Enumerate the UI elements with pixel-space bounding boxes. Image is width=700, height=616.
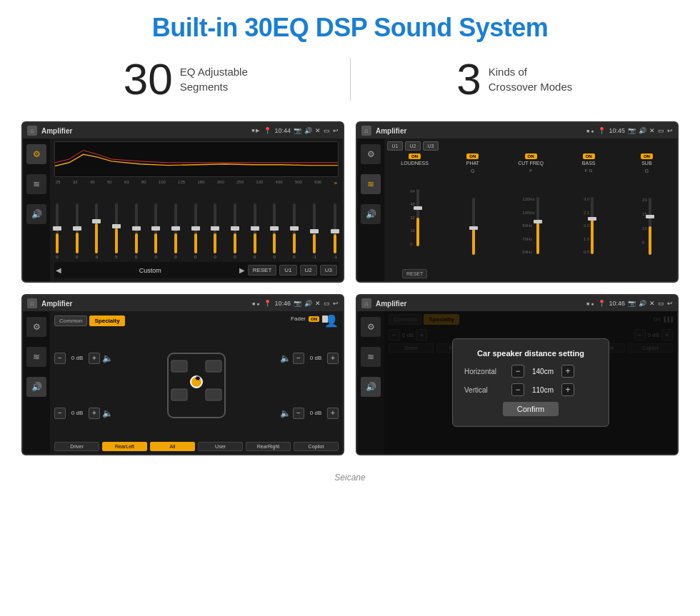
back-icon-dist: ↩ <box>667 300 673 307</box>
spk-vol-rr: 🔈 − 0 dB + <box>280 408 339 419</box>
svg-rect-4 <box>206 389 221 400</box>
rr-plus[interactable]: + <box>327 408 339 419</box>
eq-slider-1[interactable]: 0 <box>76 203 79 259</box>
home-icon-dist[interactable]: ⌂ <box>361 298 371 308</box>
tab-specialty[interactable]: Specialty <box>89 315 124 326</box>
close-icon-spk: ✕ <box>315 300 321 307</box>
dist-body: ⚙ ≋ 🔊 Common Specialty ON ▐▐▐ −0 dB+ −0 … <box>357 311 677 454</box>
status-eq: 📍 10:44 📷 🔊 ✕ ▭ ↩ <box>264 127 339 134</box>
dist-sidebar-btn1[interactable]: ⚙ <box>361 317 381 337</box>
fr-plus[interactable]: + <box>327 353 339 364</box>
user-btn[interactable]: User <box>198 442 243 451</box>
rearleft-btn[interactable]: RearLeft <box>102 442 147 451</box>
dist-sidebar-btn2[interactable]: ≋ <box>361 347 381 367</box>
home-icon-eq[interactable]: ⌂ <box>27 126 37 136</box>
cutfreq-slider[interactable]: 120Hz100Hz80Hz70Hz60Hz <box>522 173 539 278</box>
topbar-dist: ⌂ Amplifier ■ ● 📍 10:46 📷 🔊 ✕ ▭ ↩ <box>357 296 677 311</box>
eq-slider-10[interactable]: 0 <box>254 203 256 259</box>
rearright-btn[interactable]: RearRight <box>246 442 291 451</box>
fl-speaker-icon: 🔈 <box>102 353 113 363</box>
vertical-plus[interactable]: + <box>561 383 574 396</box>
min-icon-eq: ▭ <box>324 127 330 134</box>
prev-btn-eq[interactable]: ◀ <box>56 266 61 274</box>
phat-slider[interactable] <box>471 173 475 278</box>
eq-sidebar-btn1[interactable]: ⚙ <box>26 144 46 164</box>
bass-slider[interactable]: 3.02.12.01.50.5 <box>584 173 594 278</box>
cx-u2-btn[interactable]: U2 <box>405 141 421 151</box>
cx-sidebar-btn1[interactable]: ⚙ <box>361 144 381 164</box>
cx-main: U1 U2 U3 ON LOUDNESS 644832160 RESET <box>384 138 677 281</box>
status-cx: 📍 10:45 📷 🔊 ✕ ▭ ↩ <box>598 127 673 134</box>
eq-slider-12[interactable]: 0 <box>293 203 296 259</box>
close-icon-eq: ✕ <box>315 127 321 134</box>
screenshot-speaker: ⌂ Amplifier ■ ● 📍 10:46 📷 🔊 ✕ ▭ ↩ ⚙ ≋ 🔊 <box>21 294 344 455</box>
eq-slider-2[interactable]: 0 <box>95 203 98 259</box>
cx-u1-btn[interactable]: U1 <box>387 141 403 151</box>
sc-title-cx: Amplifier <box>376 127 582 135</box>
eq-slider-4[interactable]: 0 <box>135 203 138 259</box>
next-btn-eq[interactable]: ▶ <box>239 266 245 274</box>
eq-slider-8[interactable]: 0 <box>214 203 216 259</box>
eq-sliders: 0 0 0 5 0 <box>54 188 339 262</box>
cx-ch-sub: ON SUB G 2015105 <box>619 153 674 278</box>
eq-slider-6[interactable]: 0 <box>174 203 177 259</box>
horizontal-minus[interactable]: − <box>511 365 524 378</box>
svg-rect-1 <box>171 360 187 372</box>
min-icon-cx: ▭ <box>658 127 664 134</box>
sub-slider[interactable]: 2015105 <box>642 173 651 278</box>
screenshots-grid: ⌂ Amplifier ■ ▶ 📍 10:44 📷 🔊 ✕ ▭ ↩ ⚙ ≋ 🔊 <box>0 114 700 470</box>
vertical-minus[interactable]: − <box>511 383 524 396</box>
eq-slider-7[interactable]: 0 <box>194 203 197 259</box>
rl-minus[interactable]: − <box>54 408 66 419</box>
cam-icon-eq: 📷 <box>294 127 301 134</box>
dialog-overlay: Car speaker distance setting Horizontal … <box>384 311 677 454</box>
bass-name: BASS <box>582 161 596 166</box>
cx-u3-btn[interactable]: U3 <box>423 141 439 151</box>
home-icon-spk[interactable]: ⌂ <box>27 298 37 308</box>
eq-mode-label: Custom <box>64 267 236 274</box>
fr-minus[interactable]: − <box>293 353 304 364</box>
dist-sidebar-btn3[interactable]: 🔊 <box>361 377 381 397</box>
tab-common[interactable]: Common <box>54 315 87 326</box>
eq-sidebar-btn2[interactable]: ≋ <box>26 174 46 194</box>
cx-sidebar-btn3[interactable]: 🔊 <box>361 204 381 224</box>
eq-sidebar-btn3[interactable]: 🔊 <box>26 204 46 224</box>
driver-btn[interactable]: Driver <box>54 442 99 451</box>
eq-slider-11[interactable]: 0 <box>273 203 276 259</box>
u1-btn-eq[interactable]: U1 <box>279 265 296 276</box>
eq-slider-13[interactable]: -1 <box>313 203 316 259</box>
spk-sidebar-btn2[interactable]: ≋ <box>26 347 46 367</box>
status-spk: 📍 10:46 📷 🔊 ✕ ▭ ↩ <box>264 300 339 307</box>
rl-val: 0 dB <box>68 410 86 416</box>
status-dist: 📍 10:46 📷 🔊 ✕ ▭ ↩ <box>598 300 673 307</box>
copilot-btn[interactable]: Copilot <box>294 442 339 451</box>
spk-left-controls: − 0 dB + 🔈 − 0 dB + 🔈 <box>54 332 113 439</box>
rr-minus[interactable]: − <box>293 408 304 419</box>
fl-plus[interactable]: + <box>89 353 100 364</box>
spk-sidebar-btn1[interactable]: ⚙ <box>26 317 46 337</box>
loudness-reset[interactable]: RESET <box>402 269 427 278</box>
horizontal-plus[interactable]: + <box>561 365 574 378</box>
fl-val: 0 dB <box>68 355 86 361</box>
eq-slider-9[interactable]: 0 <box>234 203 236 259</box>
reset-btn-eq[interactable]: RESET <box>248 265 277 276</box>
eq-freq-labels: 25 32 40 50 63 80 100 125 160 200 250 32… <box>54 180 339 186</box>
confirm-button[interactable]: Confirm <box>503 402 559 416</box>
loudness-slider[interactable]: 644832160 <box>410 168 419 266</box>
fader-row: Fader ON <box>291 315 322 322</box>
eq-slider-5[interactable]: 0 <box>154 203 157 259</box>
eq-slider-14[interactable]: -1 <box>334 203 337 259</box>
eq-slider-0[interactable]: 0 <box>56 203 59 259</box>
u2-btn-eq[interactable]: U2 <box>300 265 317 276</box>
all-btn[interactable]: All <box>150 442 195 451</box>
rl-plus[interactable]: + <box>89 408 100 419</box>
horizontal-row: Horizontal − 140cm + <box>464 365 597 378</box>
fl-minus[interactable]: − <box>54 353 66 364</box>
cx-sidebar-btn2[interactable]: ≋ <box>361 174 381 194</box>
eq-slider-3[interactable]: 5 <box>115 203 118 259</box>
u3-btn-eq[interactable]: U3 <box>320 265 337 276</box>
home-icon-cx[interactable]: ⌂ <box>361 126 371 136</box>
cam-icon-dist: 📷 <box>628 300 636 307</box>
eq-body: ⚙ ≋ 🔊 25 32 40 50 63 80 <box>23 138 343 281</box>
spk-sidebar-btn3[interactable]: 🔊 <box>26 377 46 397</box>
